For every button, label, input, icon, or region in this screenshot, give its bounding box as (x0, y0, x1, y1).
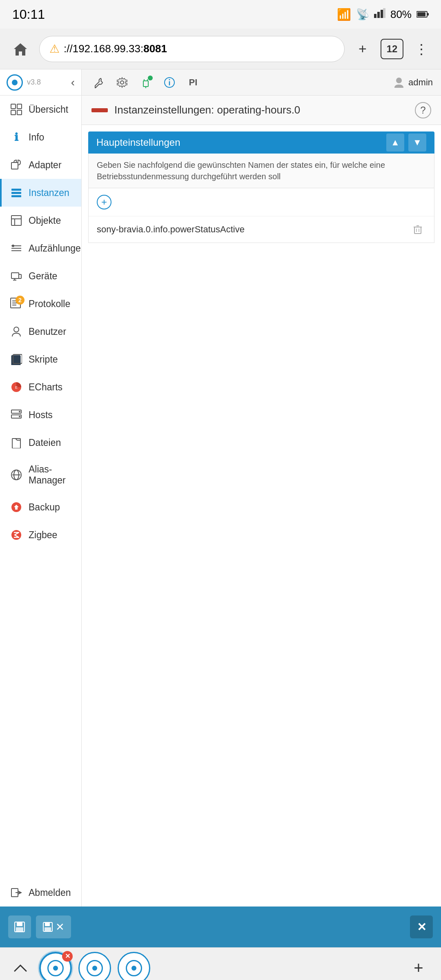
sidebar-item-instanzen[interactable]: Instanzen (0, 179, 81, 207)
backup-icon (10, 501, 23, 514)
sidebar-label-benutzer: Benutzer (29, 326, 66, 337)
svg-point-30 (14, 327, 19, 332)
instance-color-icon (91, 108, 108, 112)
svg-rect-9 (11, 110, 16, 115)
sidebar-item-zigbee[interactable]: Zigbee (0, 521, 81, 549)
sidebar-item-echarts[interactable]: E ECharts (0, 373, 81, 401)
sidebar-item-protokolle[interactable]: 2 Protokolle (0, 290, 81, 318)
add-circle-icon: + (97, 195, 111, 209)
close-tab-button[interactable]: ✕ (410, 915, 433, 938)
add-state-button[interactable]: + (89, 188, 434, 216)
wifi-icon: 📶 (337, 8, 351, 21)
sidebar-label-dateien: Dateien (29, 437, 61, 448)
delete-state-button[interactable] (410, 221, 426, 238)
protokolle-icon-wrapper: 2 (10, 297, 23, 310)
address-text: ://192.168.99.33:8081 (64, 42, 167, 55)
devices-icon (10, 270, 23, 283)
grid-icon (10, 103, 23, 116)
bottom-tab-bar: ✕ ✕ (0, 906, 441, 947)
svg-point-44 (11, 530, 21, 540)
sidebar-item-aufzahlungen[interactable]: Aufzählungen (0, 234, 81, 262)
svg-rect-12 (11, 189, 21, 191)
svg-rect-15 (11, 216, 21, 225)
upload-button[interactable]: ▲ (386, 134, 404, 151)
info-button[interactable] (161, 74, 178, 91)
svg-point-54 (169, 79, 170, 80)
svg-rect-10 (17, 110, 22, 115)
sidebar-label-instanzen: Instanzen (29, 187, 69, 198)
svg-point-38 (19, 416, 20, 417)
sidebar-item-ubersicht[interactable]: Übersicht (0, 96, 81, 123)
sidebar-label-hosts: Hosts (29, 410, 53, 421)
main-content: PI admin Instanzeinstellungen: operating… (82, 69, 441, 906)
logo-icon (7, 74, 23, 91)
svg-rect-8 (17, 104, 22, 109)
save-cancel-button[interactable]: ✕ (36, 915, 71, 938)
status-icons: 📶 📡 80% (337, 8, 429, 21)
sidebar-item-adapter[interactable]: Adapter (0, 151, 81, 179)
sidebar-item-skripte[interactable]: Skripte (0, 345, 81, 373)
svg-rect-13 (11, 192, 21, 194)
instance-panel: Instanzeinstellungen: operating-hours.0 … (82, 96, 441, 243)
battery-text: 80% (390, 8, 412, 21)
sidebar-label-objekte: Objekte (29, 215, 61, 226)
browser-actions: + 12 ⋮ (351, 38, 433, 60)
sidebar-item-alias-manager[interactable]: Alias-Manager (0, 457, 81, 493)
sidebar-item-hosts[interactable]: Hosts (0, 401, 81, 429)
svg-rect-1 (377, 12, 380, 18)
address-bar[interactable]: ⚠ ://192.168.99.33:8081 (39, 36, 345, 62)
sidebar-item-backup[interactable]: Backup (0, 493, 81, 521)
sidebar-item-dateien[interactable]: Dateien (0, 429, 81, 457)
menu-button[interactable]: ⋮ (410, 38, 433, 60)
logout-icon (10, 886, 23, 899)
app-tab-close-1[interactable]: ✕ (62, 951, 73, 962)
tab-count[interactable]: 12 (381, 39, 403, 59)
states-container: + sony-bravia.0.info.powerStatusActive (88, 188, 434, 243)
svg-rect-65 (45, 922, 50, 926)
sidebar-item-abmelden[interactable]: Abmelden (0, 879, 81, 906)
app-tab-1[interactable]: ✕ (39, 952, 72, 980)
svg-rect-23 (19, 274, 21, 278)
panel-title: Instanzeinstellungen: operating-hours.0 (114, 104, 408, 116)
instanzen-icon (10, 186, 23, 199)
table-icon (10, 214, 23, 227)
sidebar-item-info[interactable]: ℹ Info (0, 123, 81, 151)
signal-icon: 📡 (356, 8, 369, 21)
sidebar-item-objekte[interactable]: Objekte (0, 207, 81, 234)
chevron-up-button[interactable] (8, 956, 33, 980)
gear-button[interactable] (114, 74, 131, 91)
svg-rect-66 (45, 927, 51, 931)
download-button[interactable]: ▼ (408, 134, 426, 151)
status-bar: 10:11 📶 📡 80% (0, 0, 441, 29)
sidebar-label-echarts: ECharts (29, 382, 62, 393)
sidebar-label-ubersicht: Übersicht (29, 104, 68, 115)
state-row: sony-bravia.0.info.powerStatusActive (89, 216, 434, 243)
app-container: v3.8 ‹ Übersicht ℹ Info (0, 69, 441, 906)
sidebar-item-gerate[interactable]: Geräte (0, 262, 81, 290)
save-button[interactable] (8, 915, 31, 938)
help-button[interactable]: ? (415, 102, 431, 118)
sidebar: v3.8 ‹ Übersicht ℹ Info (0, 69, 82, 906)
svg-rect-48 (143, 81, 148, 87)
sidebar-label-protokolle: Protokolle (29, 298, 70, 310)
admin-section: admin (393, 76, 433, 89)
script-icon (10, 353, 23, 366)
sidebar-collapse-button[interactable]: ‹ (71, 76, 75, 89)
svg-point-47 (120, 81, 124, 84)
app-tab-3[interactable] (118, 952, 150, 980)
new-tab-button[interactable]: + (351, 38, 374, 60)
sidebar-bottom: Abmelden (0, 879, 81, 906)
sidebar-item-benutzer[interactable]: Benutzer (0, 318, 81, 345)
home-button[interactable] (8, 37, 33, 61)
wrench-button[interactable] (90, 74, 107, 91)
plug-button[interactable] (137, 74, 154, 91)
sidebar-label-adapter: Adapter (29, 160, 62, 171)
svg-rect-14 (11, 195, 21, 197)
svg-rect-22 (11, 273, 19, 278)
svg-point-21 (12, 245, 14, 247)
app-tab-2[interactable] (78, 952, 111, 980)
svg-rect-11 (11, 163, 18, 169)
bars-icon (374, 8, 385, 21)
add-app-button[interactable]: + (404, 954, 433, 980)
protokolle-badge: 2 (16, 296, 24, 305)
